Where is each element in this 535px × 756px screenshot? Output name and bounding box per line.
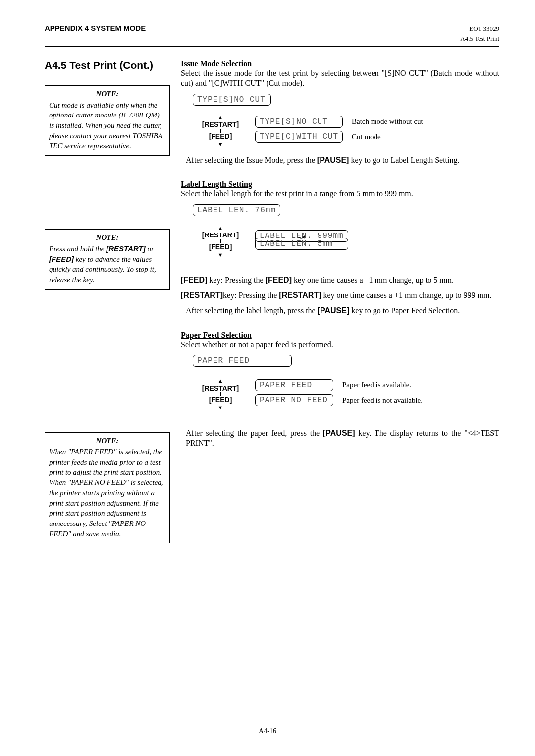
issue-diagram: TYPE[S]NO CUT [RESTART] [FEED] TYPE[S]NO… [193,94,499,148]
arrow-down-icon [218,140,223,148]
section-title: A4.5 Test Print (Cont.) [45,59,170,71]
restart-key-label: [RESTART] [202,385,239,392]
issue-title: Issue Mode Selection [181,59,499,68]
paper-intro: Select whether or not a paper feed is pe… [181,340,499,350]
restart-key-label: [RESTART] [202,121,239,128]
key-stack-3: [RESTART] [FEED] [193,377,248,411]
note1-title: NOTE: [49,89,165,99]
label-diagram: LABEL LEN. 76mm [RESTART] [FEED] LABEL L… [193,204,499,259]
note3-title: NOTE: [49,436,165,446]
left-column: A4.5 Test Print (Cont.) NOTE: Cut mode i… [45,59,170,543]
issue-after: After selecting the Issue Mode, press th… [186,155,499,165]
note-box-2: NOTE: Press and hold the [RESTART] or [F… [45,229,170,289]
note3-body: When "PAPER FEED" is selected, the print… [49,447,165,539]
lcd-issue-2: TYPE[C]WITH CUT [255,131,343,143]
content-columns: A4.5 Test Print (Cont.) NOTE: Cut mode i… [45,59,499,543]
paper-diagram: PAPER FEED [RESTART] [FEED] PAPER FEED P… [193,355,499,411]
arrow-down-icon [218,404,223,411]
lcd-paper-1: PAPER FEED [255,379,333,391]
note-box-1: NOTE: Cut mode is available only when th… [45,85,170,156]
paper-cap1: Paper feed is available. [342,381,423,389]
header-left: APPENDIX 4 SYSTEM MODE [45,24,146,32]
header-right: EO1-33029 [469,25,499,33]
label-restart-desc: [RESTART]key: Pressing the [RESTART] key… [181,291,499,301]
label-title: Label Length Setting [181,180,499,189]
feed-key-label: [FEED] [209,243,232,251]
arrow-up-icon [218,224,223,232]
page-footer: A4-16 [0,727,535,735]
issue-cap1: Batch mode without cut [352,117,423,126]
arrow-down-icon [218,251,223,258]
paper-cap2: Paper feed is not available. [342,396,423,405]
lcd-label-2: LABEL LEN. 5mm [255,238,348,250]
note-box-3: NOTE: When "PAPER FEED" is selected, the… [45,432,170,544]
lcd-issue-top: TYPE[S]NO CUT [193,94,271,106]
right-column: Issue Mode Selection Select the issue mo… [181,59,499,543]
label-intro: Select the label length for the test pri… [181,189,499,199]
paper-after: After selecting the paper feed, press th… [186,428,499,449]
feed-key-label: [FEED] [209,396,232,404]
note2-title: NOTE: [49,233,165,243]
arrow-up-icon [218,114,223,121]
note1-body: Cut mode is available only when the opti… [49,100,165,151]
feed-key-label: [FEED] [209,133,232,140]
lcd-paper-2: PAPER NO FEED [255,394,333,406]
note2-body: Press and hold the [RESTART] or [FEED] k… [49,244,165,285]
lcd-issue-1: TYPE[S]NO CUT [255,116,343,128]
issue-intro: Select the issue mode for the test print… [181,68,499,89]
issue-cap2: Cut mode [352,133,423,141]
label-after: After selecting the label length, press … [186,306,499,316]
arrow-up-icon [218,377,223,384]
header-sub: A4.5 Test Print [45,35,499,43]
key-stack-2: [RESTART] [FEED] [193,224,248,259]
lcd-paper-top: PAPER FEED [193,355,292,367]
lcd-label-top: LABEL LEN. 76mm [193,204,280,216]
key-stack: [RESTART] [FEED] [193,114,248,148]
header-rule [45,46,499,47]
label-feed-desc: [FEED] key: Pressing the [FEED] key one … [181,275,499,286]
paper-title: Paper Feed Selection [181,331,499,340]
page-header: APPENDIX 4 SYSTEM MODE EO1-33029 [45,24,499,33]
restart-key-label: [RESTART] [202,232,239,239]
